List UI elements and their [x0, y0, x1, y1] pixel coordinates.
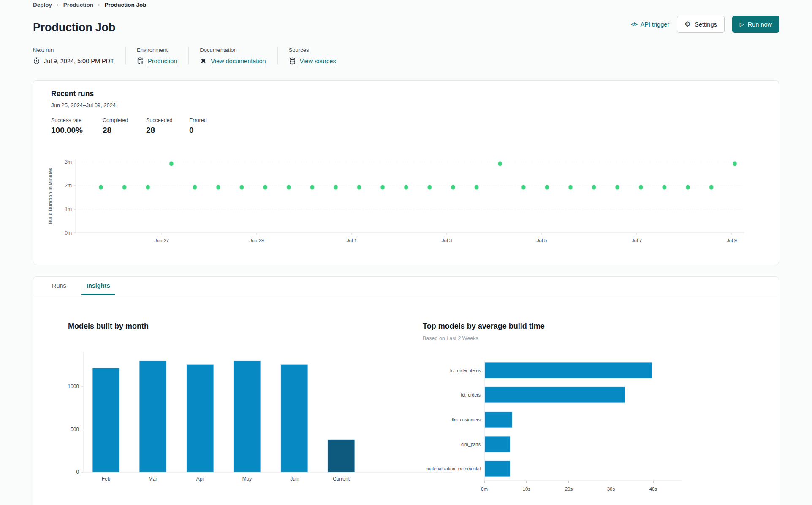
svg-text:Mar: Mar	[149, 476, 158, 482]
api-trigger-label: API trigger	[641, 21, 670, 28]
environment-link[interactable]: Production	[148, 58, 177, 65]
breadcrumb-production[interactable]: Production	[63, 2, 93, 8]
code-icon: </>	[631, 22, 638, 27]
svg-text:1000: 1000	[68, 383, 79, 389]
svg-text:fct_order_items: fct_order_items	[450, 368, 481, 373]
next-run-block: Next run Jul 9, 2024, 5:00 PM PDT	[33, 47, 126, 65]
svg-text:3m: 3m	[65, 159, 72, 165]
job-info-row: Next run Jul 9, 2024, 5:00 PM PDT Enviro…	[33, 47, 358, 65]
run-now-button[interactable]: ▷ Run now	[732, 16, 779, 33]
svg-text:0: 0	[76, 469, 79, 475]
svg-text:Jul 5: Jul 5	[537, 238, 547, 243]
environment-database-icon	[137, 57, 144, 65]
svg-text:2m: 2m	[65, 183, 72, 189]
insights-card: Runs Insights Models built by month Top …	[33, 276, 779, 505]
svg-text:Feb: Feb	[102, 476, 111, 482]
documentation-label: Documentation	[200, 47, 266, 53]
view-documentation-link[interactable]: View documentation	[211, 58, 266, 65]
sources-label: Sources	[289, 47, 336, 53]
environment-label: Environment	[137, 47, 177, 53]
next-run-label: Next run	[33, 47, 114, 53]
build-duration-scatter-chart[interactable]: 0m1m2m3mJun 27Jun 29Jul 1Jul 3Jul 5Jul 7…	[33, 81, 779, 265]
page-title: Production Job	[33, 21, 115, 34]
svg-text:Current: Current	[333, 476, 350, 482]
play-icon: ▷	[740, 22, 744, 27]
svg-text:materialization_incremental: materialization_incremental	[426, 466, 481, 471]
chevron-right-icon: ›	[98, 1, 100, 8]
svg-text:May: May	[242, 476, 252, 482]
svg-text:Build Duration in Minutes: Build Duration in Minutes	[48, 167, 53, 224]
svg-text:dim_parts: dim_parts	[461, 442, 481, 447]
svg-text:dim_customers: dim_customers	[451, 417, 481, 422]
run-now-label: Run now	[748, 21, 772, 28]
svg-text:0m: 0m	[481, 486, 488, 491]
breadcrumb-production-job: Production Job	[105, 2, 147, 8]
svg-text:Apr: Apr	[196, 476, 204, 482]
svg-text:40s: 40s	[649, 486, 657, 491]
chevron-right-icon: ›	[57, 1, 59, 8]
next-run-value: Jul 9, 2024, 5:00 PM PDT	[44, 58, 114, 65]
svg-text:500: 500	[71, 427, 79, 432]
recent-runs-card: Recent runs Jun 25, 2024–Jul 09, 2024 Su…	[33, 80, 779, 265]
svg-text:Jun: Jun	[290, 476, 298, 482]
svg-text:0m: 0m	[65, 230, 72, 236]
svg-text:30s: 30s	[607, 486, 615, 491]
insights-charts[interactable]: 05001000FebMarAprMayJunCurrentfct_order_…	[33, 277, 779, 505]
svg-text:Jul 7: Jul 7	[632, 238, 642, 243]
svg-text:20s: 20s	[565, 486, 573, 491]
svg-text:Jul 1: Jul 1	[347, 238, 357, 243]
header-actions: </> API trigger ⚙ Settings ▷ Run now	[631, 16, 779, 33]
svg-text:Jun 29: Jun 29	[250, 238, 264, 243]
clock-icon	[33, 57, 40, 65]
settings-label: Settings	[695, 21, 717, 28]
gear-icon: ⚙	[684, 21, 691, 28]
svg-text:Jun 27: Jun 27	[155, 238, 169, 243]
documentation-block: Documentation View documentation	[200, 47, 277, 65]
svg-text:fct_orders: fct_orders	[461, 392, 481, 397]
svg-text:10s: 10s	[523, 486, 531, 491]
view-sources-link[interactable]: View sources	[300, 58, 336, 65]
dbt-logo-icon	[200, 57, 207, 65]
svg-text:Jul 9: Jul 9	[727, 238, 737, 243]
api-trigger-link[interactable]: </> API trigger	[631, 21, 669, 28]
environment-block: Environment Production	[137, 47, 189, 65]
breadcrumb: Deploy › Production › Production Job	[33, 1, 147, 8]
svg-text:1m: 1m	[65, 206, 72, 212]
breadcrumb-deploy[interactable]: Deploy	[33, 2, 52, 8]
database-icon	[289, 57, 296, 65]
settings-button[interactable]: ⚙ Settings	[677, 16, 725, 33]
svg-text:Jul 3: Jul 3	[442, 238, 452, 243]
sources-block: Sources View sources	[289, 47, 348, 65]
